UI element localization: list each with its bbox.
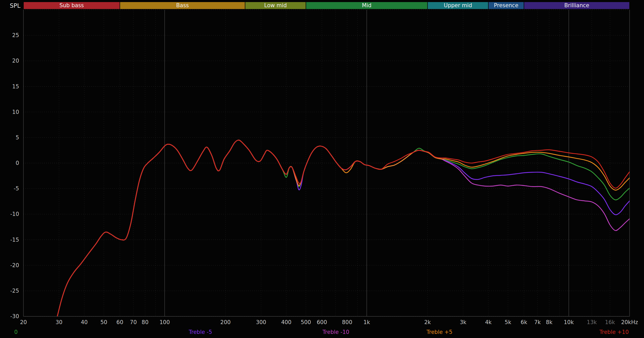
x-tick-label-2k: 2k [424, 319, 431, 325]
x-tick-label-100: 100 [159, 319, 170, 325]
legend-item-treble-plus-5[interactable]: Treble +5 [426, 329, 453, 335]
legend-item-treble-minus-5[interactable]: Treble -5 [189, 329, 212, 335]
curve-treble-plus-5 [56, 140, 630, 322]
curve-treble-minus-5 [56, 140, 630, 322]
y-tick-label-5: 5 [16, 134, 19, 141]
x-tick-label-500: 500 [301, 319, 311, 325]
y-tick-label-minus-30: -30 [10, 313, 19, 319]
band-label-brilliance: Brilliance [564, 2, 589, 9]
x-tick-label-300: 300 [256, 319, 266, 325]
y-tick-label-minus-5: -5 [14, 185, 19, 192]
x-tick-label-50: 50 [100, 319, 107, 325]
spl-frequency-chart[interactable]: Sub bassBassLow midMidUpper midPresenceB… [0, 0, 644, 338]
x-tick-label-80: 80 [142, 319, 149, 325]
y-tick-label-minus-15: -15 [10, 237, 19, 243]
x-tick-label-40: 40 [81, 319, 88, 325]
curve-treble-minus-10 [56, 140, 630, 322]
response-curves [56, 140, 630, 322]
y-tick-label-25: 25 [12, 32, 19, 38]
legend-item-0[interactable]: 0 [14, 329, 18, 335]
y-tick-label-0: 0 [16, 160, 19, 166]
x-tick-label-20: 20 [20, 319, 27, 325]
curve-0 [56, 140, 630, 322]
band-label-presence: Presence [494, 2, 518, 9]
y-tick-label-minus-25: -25 [10, 288, 19, 294]
chart-grid [23, 10, 630, 316]
x-tick-label-30: 30 [56, 319, 63, 325]
x-tick-label-600: 600 [317, 319, 327, 325]
y-tick-label-15: 15 [12, 83, 19, 90]
band-label-low-mid: Low mid [264, 2, 287, 9]
x-tick-label-400: 400 [281, 319, 291, 325]
spl-axis-title: SPL [10, 2, 20, 9]
x-tick-label-70: 70 [130, 319, 137, 325]
band-label-upper-mid: Upper mid [444, 2, 472, 9]
x-tick-label-800: 800 [342, 319, 352, 325]
frequency-response-graph-panel: Sub bassBassLow midMidUpper midPresenceB… [0, 0, 644, 338]
x-tick-label-4k: 4k [485, 319, 492, 325]
x-tick-label-6k: 6k [521, 319, 527, 325]
y-tick-label-20: 20 [12, 58, 19, 64]
x-tick-label-16k: 16k [605, 319, 615, 325]
legend-item-treble-plus-10[interactable]: Treble +10 [599, 329, 629, 335]
x-tick-label-200: 200 [220, 319, 231, 325]
frequency-bands-bar: Sub bassBassLow midMidUpper midPresenceB… [24, 2, 629, 9]
x-tick-label-7k: 7k [534, 319, 541, 325]
x-tick-label-60: 60 [116, 319, 123, 325]
x-tick-label-5k: 5k [505, 319, 511, 325]
x-tick-label-3k: 3k [460, 319, 467, 325]
band-label-mid: Mid [362, 2, 371, 9]
chart-legend: 0Treble -5Treble -10Treble +5Treble +10 [14, 329, 629, 335]
axis-tick-labels: 2520151050-5-10-15-20-25-302030405060708… [10, 32, 638, 325]
y-tick-label-10: 10 [12, 109, 19, 115]
band-label-sub-bass: Sub bass [60, 2, 84, 9]
x-tick-label-10k: 10k [564, 319, 574, 325]
y-tick-label-minus-20: -20 [10, 262, 19, 268]
x-tick-label-8k: 8k [546, 319, 553, 325]
x-tick-label-13k: 13k [587, 319, 597, 325]
curve-treble-plus-10 [56, 140, 630, 322]
x-tick-label-20khz: 20kHz [621, 319, 638, 325]
band-label-bass: Bass [176, 2, 189, 9]
x-tick-label-1k: 1k [363, 319, 370, 325]
y-tick-label-minus-10: -10 [10, 211, 19, 217]
legend-item-treble-minus-10[interactable]: Treble -10 [322, 329, 349, 335]
